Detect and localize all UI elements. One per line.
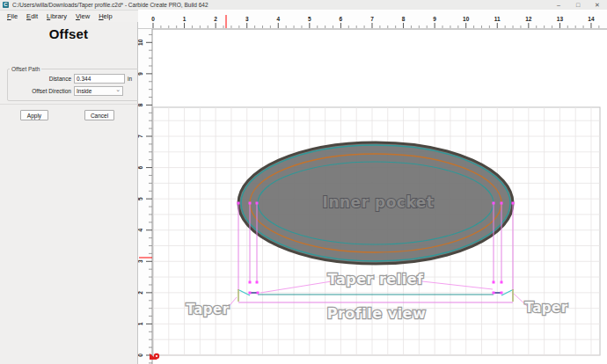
menu-library[interactable]: Library xyxy=(42,12,71,20)
design-canvas[interactable]: Inner pocketTaper reliefProfile viewTape… xyxy=(138,10,607,364)
svg-text:10: 10 xyxy=(138,39,143,46)
menu-help[interactable]: Help xyxy=(94,12,116,20)
svg-text:11: 11 xyxy=(494,16,501,22)
menu-edit[interactable]: Edit xyxy=(22,12,42,20)
svg-text:10: 10 xyxy=(463,16,470,22)
offset-direction-value: Inside xyxy=(77,88,91,94)
minimize-button[interactable]: – xyxy=(549,0,568,11)
taper-relief-label: Taper relief xyxy=(328,271,424,288)
svg-text:9: 9 xyxy=(433,16,436,22)
apply-button[interactable]: Apply xyxy=(20,110,48,120)
app-icon: C xyxy=(3,2,9,8)
svg-text:12: 12 xyxy=(525,16,532,22)
distance-label: Distance xyxy=(8,76,74,82)
svg-text:7: 7 xyxy=(138,135,143,138)
offset-path-group: Offset Path Distance in Offset Direction… xyxy=(7,66,141,101)
panel-title: Offset xyxy=(0,26,137,41)
taper-left-label: Taper xyxy=(186,302,229,317)
panel-divider xyxy=(0,104,138,105)
window-title: C:/Users/willa/Downloads/Taper profile.c… xyxy=(12,2,208,8)
svg-text:4: 4 xyxy=(276,16,280,22)
close-button[interactable]: ✕ xyxy=(588,0,607,11)
svg-text:6: 6 xyxy=(138,165,143,169)
offset-panel: Offset Offset Path Distance in Offset Di… xyxy=(0,22,138,364)
svg-text:14: 14 xyxy=(588,16,595,22)
cancel-button[interactable]: Cancel xyxy=(84,110,114,120)
svg-text:13: 13 xyxy=(557,16,564,22)
svg-text:8: 8 xyxy=(138,103,143,106)
svg-text:3: 3 xyxy=(245,16,249,22)
profile-view-label: Profile view xyxy=(327,305,427,322)
svg-text:0: 0 xyxy=(151,16,155,22)
chevron-down-icon: ⌄ xyxy=(115,87,121,91)
svg-text:1: 1 xyxy=(183,16,186,22)
svg-text:0: 0 xyxy=(138,353,143,357)
maximize-button[interactable]: □ xyxy=(568,0,588,11)
svg-text:4: 4 xyxy=(138,229,143,232)
svg-text:7: 7 xyxy=(370,16,374,22)
offset-path-group-label: Offset Path xyxy=(10,66,41,72)
left-ruler: 012345678910 xyxy=(138,29,152,364)
svg-text:5: 5 xyxy=(308,16,311,22)
taper-right-label: Taper xyxy=(524,300,567,316)
svg-text:2: 2 xyxy=(214,16,217,22)
svg-text:2: 2 xyxy=(138,291,143,295)
svg-text:6: 6 xyxy=(340,16,343,22)
svg-text:1: 1 xyxy=(138,322,143,325)
svg-text:3: 3 xyxy=(138,259,143,263)
top-ruler: 01234567891011121314 xyxy=(138,11,607,29)
inner-pocket-label: Inner pocket xyxy=(323,193,435,211)
distance-input[interactable] xyxy=(74,74,125,84)
svg-text:9: 9 xyxy=(138,72,143,76)
svg-text:5: 5 xyxy=(138,197,143,200)
menu-file[interactable]: File xyxy=(3,12,22,20)
offset-direction-select[interactable]: Inside ⌄ xyxy=(74,86,123,96)
menu-view[interactable]: View xyxy=(71,12,94,20)
menubar: FileEditLibraryViewHelp xyxy=(0,11,138,22)
svg-text:8: 8 xyxy=(402,16,406,22)
distance-unit: in xyxy=(125,76,136,82)
offset-direction-label: Offset Direction xyxy=(8,88,74,94)
